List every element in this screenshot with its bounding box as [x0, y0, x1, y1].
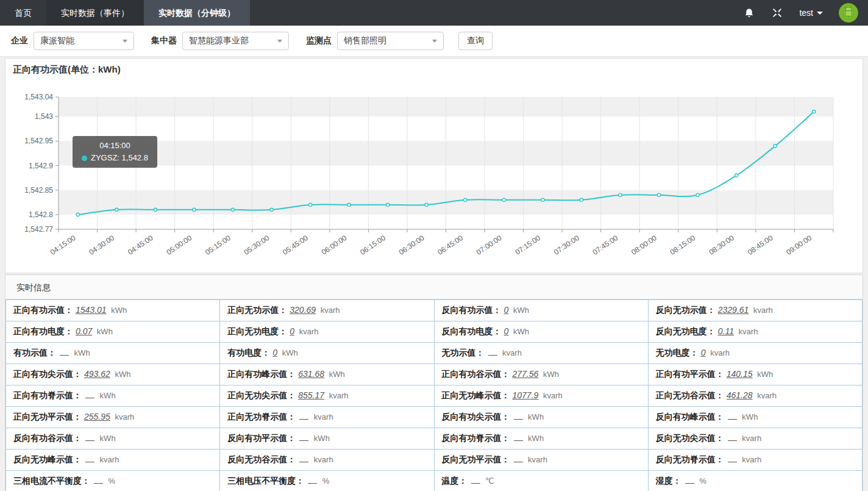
info-label: 正向有功峰示值：	[227, 369, 296, 379]
info-unit: kvarh	[755, 391, 777, 400]
realtime-info-header: 实时信息	[5, 275, 863, 299]
info-value-link[interactable]: 1077.9	[513, 390, 539, 400]
info-cell: 温度： ℃	[434, 471, 648, 491]
info-value-blank	[685, 476, 694, 484]
info-label: 正向无功电度：	[227, 326, 287, 336]
info-value-link[interactable]: 631.68	[298, 369, 324, 379]
info-cell: 正向无功谷示值：461.28 kvarh	[648, 385, 862, 407]
svg-text:07:30:00: 07:30:00	[552, 234, 581, 257]
info-label: 反向无功电度：	[656, 326, 716, 336]
info-label: 正向无功示值：	[227, 305, 287, 315]
info-value-link[interactable]: 0	[504, 326, 509, 336]
tab-realtime-event[interactable]: 实时数据（事件）	[46, 0, 144, 26]
info-unit: kvarh	[740, 455, 761, 464]
info-unit: kWh	[94, 327, 113, 336]
tab-home[interactable]: 首页	[0, 0, 46, 26]
info-unit: kWh	[72, 348, 90, 357]
svg-text:08:15:00: 08:15:00	[669, 234, 697, 257]
info-value-blank	[308, 476, 317, 484]
info-value-blank	[85, 390, 94, 398]
info-label: 有功电度：	[227, 348, 270, 357]
info-label: 反向有功脊示值：	[442, 433, 510, 443]
info-value-blank	[514, 412, 523, 420]
info-value-link[interactable]: 277.56	[513, 369, 539, 379]
android-avatar[interactable]	[839, 3, 858, 23]
info-row: 反向无功峰示值： kvarh反向无功谷示值： kvarh反向无功平示值： kva…	[6, 450, 863, 471]
info-cell: 反向无功尖示值： kvarh	[648, 428, 862, 450]
svg-text:05:30:00: 05:30:00	[243, 234, 271, 257]
info-cell: 反向无功脊示值： kvarh	[648, 450, 862, 471]
svg-text:08:30:00: 08:30:00	[707, 234, 736, 257]
info-unit: kvarh	[500, 348, 522, 357]
info-unit: kWh	[327, 370, 345, 379]
navbar-right: test	[743, 0, 868, 26]
bell-icon[interactable]	[743, 7, 755, 19]
svg-text:1,542.95: 1,542.95	[24, 137, 53, 145]
info-unit: kvarh	[327, 391, 348, 400]
info-cell: 正向有功峰示值：631.68 kWh	[220, 364, 434, 385]
svg-text:05:45:00: 05:45:00	[281, 234, 310, 257]
info-unit: kvarh	[113, 412, 134, 421]
info-unit: ℃	[483, 476, 494, 486]
info-cell: 无功电度：0 kvarh	[648, 343, 862, 364]
info-cell: 正向有功平示值：140.15 kWh	[648, 364, 862, 385]
concentrator-select-value: 智慧能源事业部	[189, 35, 249, 46]
info-cell: 正向有功脊示值： kWh	[6, 385, 220, 407]
concentrator-select[interactable]: 智慧能源事业部	[182, 32, 289, 50]
svg-text:07:45:00: 07:45:00	[591, 234, 620, 257]
info-label: 反向无功谷示值：	[227, 454, 296, 464]
info-label: 反向有功尖示值：	[442, 412, 510, 421]
info-unit: %	[106, 476, 115, 486]
info-cell: 三相电压不平衡度： %	[220, 471, 434, 491]
info-unit: kWh	[740, 412, 758, 421]
info-value-link[interactable]: 855.17	[298, 390, 324, 400]
info-cell: 正向无功平示值：255.95 kvarh	[6, 407, 220, 428]
info-label: 反向无功示值：	[656, 305, 716, 315]
info-label: 反向有功峰示值：	[656, 412, 724, 421]
info-label: 无功示值：	[442, 348, 485, 357]
info-row: 正向有功脊示值： kWh正向无功尖示值：855.17 kvarh正向无功峰示值：…	[6, 385, 863, 407]
svg-text:06:45:00: 06:45:00	[436, 234, 464, 257]
info-value-link[interactable]: 2329.61	[718, 305, 749, 315]
info-value-link[interactable]: 255.95	[84, 412, 110, 421]
info-unit: kvarh	[740, 434, 761, 443]
info-label: 湿度：	[656, 476, 681, 486]
info-label: 反向有功谷示值：	[13, 433, 82, 443]
chevron-down-icon	[277, 40, 282, 43]
info-value-link[interactable]: 0.07	[76, 326, 92, 336]
info-value-link[interactable]: 461.28	[727, 390, 753, 400]
info-value-link[interactable]: 493.62	[84, 369, 110, 379]
info-value-blank	[60, 348, 69, 356]
info-value-link[interactable]: 0	[701, 348, 706, 357]
info-value-link[interactable]: 0	[504, 305, 509, 315]
info-label: 正向有功尖示值：	[13, 369, 82, 379]
enterprise-select[interactable]: 康派智能	[34, 32, 134, 50]
info-label: 正向无功尖示值：	[227, 390, 296, 400]
fullscreen-icon[interactable]	[771, 7, 783, 19]
svg-text:05:15:00: 05:15:00	[204, 234, 232, 257]
info-row: 反向有功谷示值： kWh反向有功平示值： kWh反向有功脊示值： kWh反向无功…	[6, 428, 863, 450]
info-value-link[interactable]: 320.69	[290, 305, 316, 315]
info-value-link[interactable]: 0	[290, 326, 294, 336]
info-label: 正向有功脊示值：	[13, 390, 82, 400]
info-cell: 反向有功平示值： kWh	[220, 428, 434, 450]
info-value-link[interactable]: 0.11	[718, 326, 734, 336]
info-cell: 正向无功示值：320.69 kvarh	[220, 300, 434, 321]
monitor-point-select[interactable]: 销售部照明	[337, 32, 444, 50]
info-cell: 正向无功尖示值：855.17 kvarh	[220, 385, 434, 407]
info-cell: 正向有功示值：1543.01 kWh	[6, 300, 220, 321]
info-value-link[interactable]: 1543.01	[76, 305, 107, 315]
chevron-down-icon	[123, 40, 127, 43]
info-cell: 反向有功尖示值： kWh	[434, 407, 648, 428]
info-label: 正向有功示值：	[13, 305, 73, 315]
tab-realtime-minute[interactable]: 实时数据（分钟级）	[144, 0, 250, 26]
info-unit: kWh	[511, 327, 529, 336]
enterprise-select-value: 康派智能	[40, 35, 74, 46]
info-value-link[interactable]: 140.15	[727, 369, 753, 379]
svg-text:04:45:00: 04:45:00	[126, 234, 155, 257]
query-button[interactable]: 查询	[458, 32, 493, 50]
info-label: 反向无功峰示值：	[13, 454, 82, 464]
user-menu[interactable]: test	[799, 8, 823, 18]
info-value-link[interactable]: 0	[272, 348, 277, 357]
info-unit: kWh	[280, 348, 298, 357]
